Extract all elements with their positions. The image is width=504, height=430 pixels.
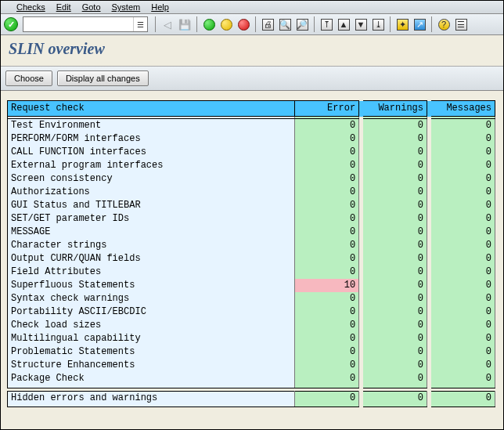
new-session-icon[interactable]: ✦ [394,16,410,32]
table-row[interactable]: Test Environment000 [8,119,495,133]
row-error: 0 [295,146,359,159]
row-warn: 0 [363,391,427,405]
row-label: Superfluous Statements [8,279,295,292]
row-label: PERFORM/FORM interfaces [8,132,295,146]
cancel-red-icon[interactable] [236,16,251,32]
back-green-icon[interactable] [201,16,217,32]
next-page-icon[interactable]: ▼ [353,16,369,32]
row-error: 0 [295,119,359,133]
row-warn: 0 [363,252,427,266]
header-warnings: Warnings [363,101,427,117]
row-error: 0 [295,391,359,405]
row-msg: 0 [431,252,495,266]
menu-system[interactable]: System [112,2,141,12]
row-label: Screen consistency [8,172,295,186]
row-label: Multilingual capability [8,332,295,345]
print-icon[interactable]: 🖨 [260,16,275,32]
command-input[interactable] [23,20,133,29]
row-msg: 0 [431,292,495,305]
menu-checks[interactable]: Checks [16,2,45,12]
row-error: 0 [295,345,359,359]
command-dropdown-icon[interactable]: ☰ [133,17,147,31]
row-error: 0 [295,332,359,345]
row-msg: 0 [431,359,495,372]
display-all-changes-button[interactable]: Display all changes [57,70,149,86]
table-row[interactable]: Screen consistency000 [8,172,495,186]
table-row[interactable]: MESSAGE000 [8,226,495,239]
main-toolbar: ☰ ◁ 💾 🖨 🔍 🔎 ⤒ ▲ ▼ ⤓ ✦ ↗ ? ☰ [1,14,503,35]
enter-icon[interactable] [4,17,18,31]
header-messages: Messages [431,101,495,117]
row-label: Check load sizes [8,319,295,332]
row-warn: 0 [363,199,427,212]
row-label: Field Attributes [8,266,295,279]
table-row[interactable]: Portability ASCII/EBCDIC000 [8,305,495,319]
table-row[interactable]: CALL FUNCTION interfaces000 [8,146,495,159]
find-icon[interactable]: 🔍 [277,16,293,32]
row-msg: 0 [431,172,495,186]
shortcut-icon[interactable]: ↗ [412,16,427,32]
row-error: 0 [295,199,359,212]
menu-help[interactable]: Help [151,2,169,12]
row-label: MESSAGE [8,226,295,239]
row-msg: 0 [431,332,495,345]
row-warn: 0 [363,305,427,319]
table-row[interactable]: Check load sizes000 [8,319,495,332]
menubar: Checks Edit Goto System Help [1,1,503,14]
row-warn: 0 [363,266,427,279]
first-page-icon[interactable]: ⤒ [319,16,334,32]
table-row[interactable]: Authorizations000 [8,186,495,199]
table-row[interactable]: Problematic Statements000 [8,345,495,359]
row-label: External program interfaces [8,159,295,172]
save-icon: 💾 [177,16,193,32]
row-warn: 0 [363,132,427,146]
menu-edit[interactable]: Edit [56,2,71,12]
result-table: Request check Error Warnings Messages Te… [7,100,495,407]
row-warn: 0 [363,212,427,226]
row-error: 0 [295,252,359,266]
row-error: 0 [295,305,359,319]
command-field[interactable]: ☰ [23,16,148,32]
table-row[interactable]: Multilingual capability000 [8,332,495,345]
table-row[interactable]: GUI Status and TITLEBAR000 [8,199,495,212]
table-row[interactable]: Package Check000 [8,372,495,385]
row-msg: 0 [431,132,495,146]
help-icon[interactable]: ? [436,16,452,32]
table-row[interactable]: PERFORM/FORM interfaces000 [8,132,495,146]
row-error: 0 [295,239,359,252]
row-error: 0 [295,172,359,186]
table-row[interactable]: Output CURR/QUAN fields000 [8,252,495,266]
row-error: 0 [295,159,359,172]
layout-icon[interactable]: ☰ [453,16,469,32]
table-row[interactable]: External program interfaces000 [8,159,495,172]
row-warn: 0 [363,345,427,359]
row-msg: 0 [431,212,495,226]
row-label: CALL FUNCTION interfaces [8,146,295,159]
row-error: 0 [295,266,359,279]
row-label: Portability ASCII/EBCDIC [8,305,295,319]
find-next-icon[interactable]: 🔎 [294,16,310,32]
row-msg: 0 [431,372,495,385]
row-msg: 0 [431,199,495,212]
row-label: GUI Status and TITLEBAR [8,199,295,212]
exit-yellow-icon[interactable] [218,16,234,32]
table-row[interactable]: Field Attributes000 [8,266,495,279]
header-error: Error [295,101,359,117]
table-row[interactable]: Syntax check warnings000 [8,292,495,305]
table-row[interactable]: Superfluous Statements1000 [8,279,495,292]
row-msg: 0 [431,279,495,292]
row-label: Hidden errors and warnings [8,391,295,405]
last-page-icon[interactable]: ⤓ [370,16,386,32]
choose-button[interactable]: Choose [5,70,52,86]
table-row[interactable]: Character strings000 [8,239,495,252]
row-msg: 0 [431,226,495,239]
row-label: Problematic Statements [8,345,295,359]
prev-page-icon[interactable]: ▲ [336,16,351,32]
row-label: Test Environment [8,119,295,133]
row-error: 0 [295,372,359,385]
menu-goto[interactable]: Goto [82,2,101,12]
summary-row[interactable]: Hidden errors and warnings000 [8,391,495,405]
table-row[interactable]: SET/GET parameter IDs000 [8,212,495,226]
row-warn: 0 [363,186,427,199]
table-row[interactable]: Structure Enhancements000 [8,359,495,372]
